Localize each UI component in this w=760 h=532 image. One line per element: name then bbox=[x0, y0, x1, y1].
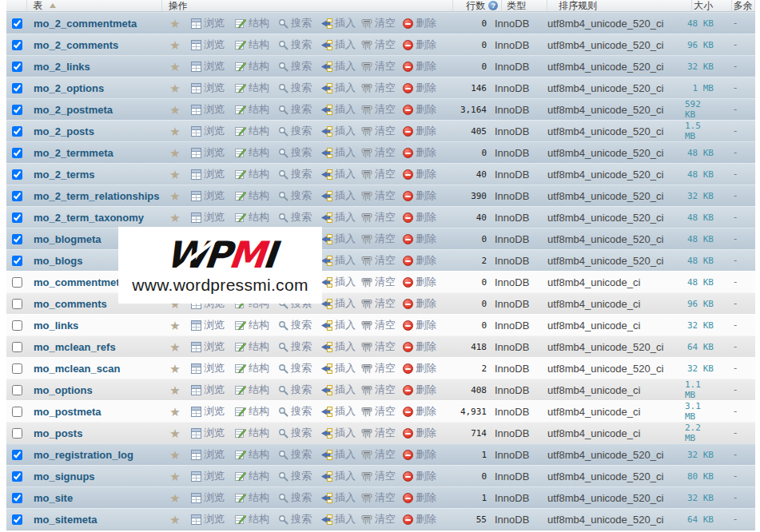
structure-action[interactable]: 结构 bbox=[235, 59, 269, 73]
insert-action[interactable]: 插入 bbox=[321, 81, 356, 95]
empty-action[interactable]: 清空 bbox=[361, 232, 396, 246]
structure-action[interactable]: 结构 bbox=[235, 490, 269, 505]
structure-action[interactable]: 结构 bbox=[235, 81, 269, 95]
empty-action[interactable]: 清空 bbox=[361, 38, 396, 52]
row-select-checkbox[interactable] bbox=[12, 191, 22, 201]
empty-action[interactable]: 清空 bbox=[361, 81, 396, 95]
row-select-checkbox[interactable] bbox=[12, 83, 22, 93]
structure-action[interactable]: 结构 bbox=[235, 447, 269, 462]
search-action[interactable]: 搜索 bbox=[278, 361, 312, 375]
search-action[interactable]: 搜索 bbox=[278, 124, 312, 138]
search-action[interactable]: 搜索 bbox=[278, 16, 312, 30]
structure-action[interactable]: 结构 bbox=[235, 469, 269, 483]
browse-action[interactable]: 浏览 bbox=[191, 447, 225, 462]
table-name-link[interactable]: mo_registration_log bbox=[34, 449, 133, 461]
empty-action[interactable]: 清空 bbox=[361, 447, 396, 462]
insert-action[interactable]: 插入 bbox=[321, 426, 356, 440]
table-name-link[interactable]: mo_2_postmeta bbox=[34, 104, 113, 116]
table-name-link[interactable]: mo_2_terms bbox=[34, 169, 95, 181]
favorite-star-icon[interactable]: ★ bbox=[169, 147, 180, 159]
table-name-link[interactable]: mo_blogs bbox=[34, 255, 82, 267]
column-header-collation[interactable]: 排序规则 bbox=[547, 0, 692, 11]
search-action[interactable]: 搜索 bbox=[278, 339, 312, 354]
table-name-link[interactable]: mo_mclean_refs bbox=[34, 341, 116, 353]
search-action[interactable]: 搜索 bbox=[278, 102, 312, 117]
insert-action[interactable]: 插入 bbox=[321, 383, 356, 397]
search-action[interactable]: 搜索 bbox=[278, 81, 312, 95]
insert-action[interactable]: 插入 bbox=[321, 404, 356, 419]
table-name-link[interactable]: mo_mclean_scan bbox=[34, 363, 120, 375]
row-select-checkbox[interactable] bbox=[12, 169, 22, 180]
empty-action[interactable]: 清空 bbox=[361, 145, 396, 160]
drop-action[interactable]: 删除 bbox=[403, 404, 436, 419]
row-select-checkbox[interactable] bbox=[12, 450, 22, 460]
insert-action[interactable]: 插入 bbox=[321, 189, 356, 203]
empty-action[interactable]: 清空 bbox=[361, 210, 396, 224]
drop-action[interactable]: 删除 bbox=[403, 210, 436, 224]
search-action[interactable]: 搜索 bbox=[278, 469, 312, 483]
insert-action[interactable]: 插入 bbox=[321, 232, 356, 246]
insert-action[interactable]: 插入 bbox=[321, 59, 356, 73]
row-select-checkbox[interactable] bbox=[12, 428, 22, 439]
favorite-star-icon[interactable]: ★ bbox=[169, 18, 180, 30]
table-name-link[interactable]: mo_2_term_taxonomy bbox=[34, 212, 144, 224]
browse-action[interactable]: 浏览 bbox=[191, 59, 225, 73]
search-action[interactable]: 搜索 bbox=[278, 167, 312, 181]
insert-action[interactable]: 插入 bbox=[321, 447, 356, 462]
empty-action[interactable]: 清空 bbox=[361, 253, 396, 268]
drop-action[interactable]: 删除 bbox=[403, 167, 436, 181]
insert-action[interactable]: 插入 bbox=[321, 210, 356, 224]
drop-action[interactable]: 删除 bbox=[403, 232, 436, 246]
table-name-link[interactable]: mo_posts bbox=[34, 427, 82, 439]
search-action[interactable]: 搜索 bbox=[278, 38, 312, 52]
table-name-link[interactable]: mo_2_term_relationships bbox=[34, 190, 160, 202]
empty-action[interactable]: 清空 bbox=[361, 383, 396, 397]
structure-action[interactable]: 结构 bbox=[235, 404, 269, 419]
column-header-type[interactable]: 类型 bbox=[502, 0, 547, 11]
empty-action[interactable]: 清空 bbox=[361, 318, 396, 332]
favorite-star-icon[interactable]: ★ bbox=[169, 104, 180, 116]
table-name-link[interactable]: mo_2_posts bbox=[34, 125, 94, 137]
column-header-table[interactable]: 表 bbox=[27, 0, 162, 11]
structure-action[interactable]: 结构 bbox=[235, 383, 269, 397]
table-name-link[interactable]: mo_2_comments bbox=[34, 39, 118, 51]
insert-action[interactable]: 插入 bbox=[321, 339, 356, 354]
structure-action[interactable]: 结构 bbox=[235, 145, 269, 160]
drop-action[interactable]: 删除 bbox=[403, 490, 436, 505]
insert-action[interactable]: 插入 bbox=[321, 145, 356, 160]
drop-action[interactable]: 删除 bbox=[403, 16, 436, 30]
drop-action[interactable]: 删除 bbox=[403, 383, 436, 397]
structure-action[interactable]: 结构 bbox=[235, 189, 269, 203]
empty-action[interactable]: 清空 bbox=[361, 189, 396, 203]
browse-action[interactable]: 浏览 bbox=[191, 469, 225, 483]
search-action[interactable]: 搜索 bbox=[278, 512, 312, 526]
table-name-link[interactable]: mo_comments bbox=[34, 298, 107, 310]
row-select-checkbox[interactable] bbox=[12, 40, 22, 50]
table-name-link[interactable]: mo_options bbox=[34, 384, 93, 396]
drop-action[interactable]: 删除 bbox=[403, 426, 436, 440]
search-action[interactable]: 搜索 bbox=[278, 210, 312, 224]
row-select-checkbox[interactable] bbox=[12, 493, 22, 503]
empty-action[interactable]: 清空 bbox=[361, 102, 396, 117]
row-select-checkbox[interactable] bbox=[12, 105, 22, 115]
search-action[interactable]: 搜索 bbox=[278, 447, 312, 462]
search-action[interactable]: 搜索 bbox=[278, 404, 312, 419]
favorite-star-icon[interactable]: ★ bbox=[169, 449, 180, 461]
table-name-link[interactable]: mo_2_options bbox=[34, 82, 104, 94]
favorite-star-icon[interactable]: ★ bbox=[169, 363, 180, 375]
favorite-star-icon[interactable]: ★ bbox=[169, 82, 180, 94]
favorite-star-icon[interactable]: ★ bbox=[169, 61, 180, 73]
row-select-checkbox[interactable] bbox=[12, 385, 22, 395]
drop-action[interactable]: 删除 bbox=[403, 253, 436, 268]
row-select-checkbox[interactable] bbox=[12, 299, 22, 309]
structure-action[interactable]: 结构 bbox=[235, 16, 269, 30]
drop-action[interactable]: 删除 bbox=[403, 469, 436, 483]
insert-action[interactable]: 插入 bbox=[321, 490, 356, 505]
drop-action[interactable]: 删除 bbox=[403, 296, 436, 311]
browse-action[interactable]: 浏览 bbox=[191, 102, 225, 117]
table-name-link[interactable]: mo_2_links bbox=[34, 61, 90, 73]
row-select-checkbox[interactable] bbox=[12, 62, 22, 72]
structure-action[interactable]: 结构 bbox=[235, 38, 269, 52]
row-select-checkbox[interactable] bbox=[12, 148, 22, 158]
insert-action[interactable]: 插入 bbox=[321, 296, 356, 311]
